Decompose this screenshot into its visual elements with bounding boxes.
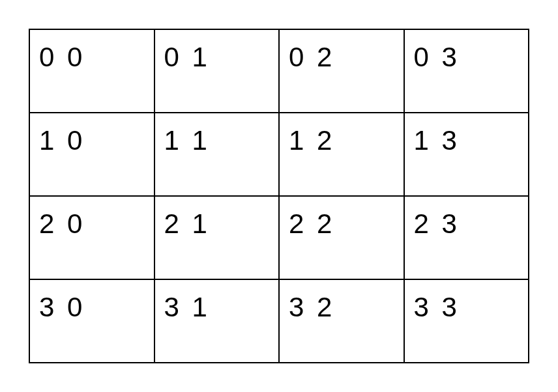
grid-cell: 3 0	[29, 279, 154, 363]
table-row: 0 0 0 1 0 2 0 3	[29, 29, 529, 113]
grid-cell: 3 2	[279, 279, 404, 363]
grid-cell: 0 1	[154, 29, 280, 113]
table-row: 1 0 1 1 1 2 1 3	[29, 113, 529, 196]
grid-cell: 1 3	[404, 113, 529, 196]
grid-cell: 2 1	[154, 196, 280, 279]
grid-cell: 2 3	[404, 196, 529, 279]
grid-cell: 1 2	[279, 113, 404, 196]
grid-cell: 3 3	[404, 279, 529, 363]
table-row: 3 0 3 1 3 2 3 3	[29, 279, 529, 363]
grid-cell: 0 0	[29, 29, 154, 113]
grid-cell: 3 1	[154, 279, 280, 363]
table-row: 2 0 2 1 2 2 2 3	[29, 196, 529, 279]
grid-cell: 1 1	[154, 113, 280, 196]
grid-cell: 2 0	[29, 196, 154, 279]
grid-cell: 1 0	[29, 113, 154, 196]
grid-cell: 0 3	[404, 29, 529, 113]
coordinate-grid-table: 0 0 0 1 0 2 0 3 1 0 1 1 1 2 1 3 2 0 2 1 …	[29, 29, 529, 363]
grid-cell: 0 2	[279, 29, 404, 113]
grid-cell: 2 2	[279, 196, 404, 279]
